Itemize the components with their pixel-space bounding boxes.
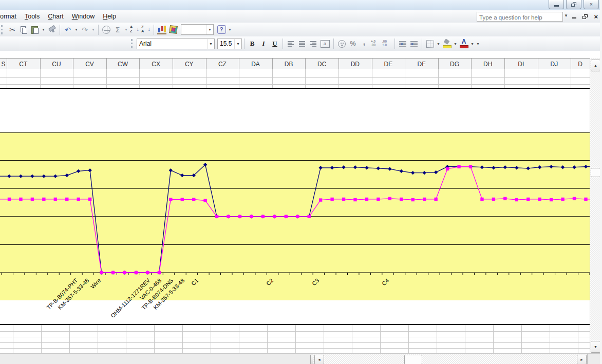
underline-button[interactable]: U <box>270 38 280 49</box>
copy-button[interactable] <box>18 24 29 35</box>
embedded-chart[interactable]: TP-B-B074-PHTKM-357-5-33-48WireOHM-1112-… <box>0 88 590 325</box>
data-point-marker[interactable] <box>388 197 391 200</box>
vertical-scroll-thumb[interactable] <box>591 168 600 177</box>
help-dropdown[interactable]: ▾ <box>227 24 233 35</box>
data-point-marker[interactable] <box>365 198 368 201</box>
toolbar-options-dropdown[interactable]: ▾ <box>475 38 481 49</box>
window-close-button[interactable]: × <box>584 0 599 9</box>
column-header-DH[interactable]: DH <box>471 59 505 69</box>
data-point-marker[interactable] <box>111 271 115 274</box>
undo-dropdown[interactable]: ▾ <box>73 24 79 35</box>
chevron-down-icon[interactable]: ▾ <box>234 39 241 49</box>
column-header-DC[interactable]: DC <box>305 59 339 69</box>
data-point-marker[interactable] <box>42 198 45 201</box>
scroll-up-button[interactable]: ▲ <box>591 60 600 71</box>
column-header-DG[interactable]: DG <box>438 59 472 69</box>
column-header-DD[interactable]: DD <box>338 59 372 69</box>
column-header-CV[interactable]: CV <box>73 59 107 69</box>
data-point-marker[interactable] <box>469 165 472 168</box>
column-header-DA[interactable]: DA <box>239 59 273 69</box>
column-header-CW[interactable]: CW <box>106 59 140 69</box>
bold-button[interactable]: B <box>247 38 257 49</box>
comma-style-button[interactable]: , <box>359 38 369 49</box>
menu-window[interactable]: Window <box>68 11 99 22</box>
data-point-marker[interactable] <box>285 215 288 218</box>
question-input[interactable] <box>477 13 567 22</box>
column-header-S[interactable]: S <box>0 59 7 69</box>
chevron-down-icon[interactable]: ▾ <box>207 39 214 49</box>
borders-dropdown[interactable]: ▾ <box>436 38 441 49</box>
data-point-marker[interactable] <box>192 198 195 201</box>
data-point-marker[interactable] <box>54 198 57 201</box>
chart-type-button[interactable] <box>168 24 178 35</box>
chart-wizard-button[interactable] <box>157 24 167 35</box>
undo-button[interactable]: ↶ <box>63 24 73 35</box>
column-header-CX[interactable]: CX <box>139 59 173 69</box>
sort-descending-button[interactable]: Z A ↓ <box>141 24 151 35</box>
data-point-marker[interactable] <box>296 215 299 218</box>
window-restore-button[interactable] <box>566 0 581 9</box>
font-color-dropdown[interactable]: ▾ <box>469 38 475 49</box>
menu-help[interactable]: Help <box>99 11 120 22</box>
data-point-marker[interactable] <box>515 198 518 201</box>
data-point-marker[interactable] <box>146 271 149 274</box>
data-point-marker[interactable] <box>169 198 172 201</box>
column-header-DF[interactable]: DF <box>405 59 439 69</box>
data-point-marker[interactable] <box>353 198 356 201</box>
column-header-DE[interactable]: DE <box>372 59 406 69</box>
align-center-button[interactable] <box>297 38 307 49</box>
data-point-marker[interactable] <box>584 198 587 201</box>
increase-indent-button[interactable]: ▸ <box>409 38 419 49</box>
chevron-down-icon[interactable]: ▾ <box>563 13 569 18</box>
data-point-marker[interactable] <box>77 198 80 201</box>
increase-decimal-button[interactable]: +.0 .00 <box>370 38 381 49</box>
data-point-marker[interactable] <box>238 215 241 218</box>
column-header-DB[interactable]: DB <box>272 59 306 69</box>
percent-style-button[interactable]: % <box>348 38 358 49</box>
decrease-decimal-button[interactable]: .00 +.0 <box>382 38 392 49</box>
document-minimize-button[interactable] <box>572 17 576 18</box>
window-minimize-button[interactable] <box>549 0 564 9</box>
scroll-right-button[interactable]: ► <box>577 355 587 364</box>
data-point-marker[interactable] <box>400 198 403 201</box>
data-point-marker[interactable] <box>181 198 184 201</box>
scroll-left-button[interactable]: ◄ <box>314 355 324 364</box>
zoom-combobox[interactable]: ▾ <box>181 24 214 35</box>
data-point-marker[interactable] <box>65 198 68 201</box>
data-point-marker[interactable] <box>250 215 253 218</box>
fill-color-button[interactable] <box>442 38 452 49</box>
font-size-combobox[interactable]: 15.5 ▾ <box>217 39 242 49</box>
data-point-marker[interactable] <box>123 271 126 274</box>
cut-button[interactable]: ✂ <box>7 24 17 35</box>
data-point-marker[interactable] <box>19 198 22 201</box>
italic-button[interactable]: I <box>258 38 269 49</box>
help-button[interactable]: ? <box>216 24 227 35</box>
data-point-marker[interactable] <box>261 215 265 218</box>
column-header-CZ[interactable]: CZ <box>206 59 240 69</box>
data-point-marker[interactable] <box>377 198 380 201</box>
data-point-marker[interactable] <box>423 198 426 201</box>
column-header-DJ[interactable]: DJ <box>538 59 572 69</box>
data-point-marker[interactable] <box>158 271 161 274</box>
data-point-marker[interactable] <box>273 215 276 218</box>
data-point-marker[interactable] <box>8 198 11 201</box>
document-restore-button[interactable] <box>582 14 588 19</box>
font-color-button[interactable]: A <box>459 38 469 49</box>
currency-button[interactable] <box>336 38 347 49</box>
data-point-marker[interactable] <box>446 167 449 170</box>
data-point-marker[interactable] <box>319 198 322 201</box>
vertical-scrollbar[interactable]: ▲ ▼ <box>590 58 600 353</box>
data-point-marker[interactable] <box>573 197 576 200</box>
data-point-marker[interactable] <box>100 271 103 274</box>
data-point-marker[interactable] <box>480 198 483 201</box>
data-point-marker[interactable] <box>561 198 564 201</box>
toolbar-grip[interactable] <box>131 39 135 48</box>
column-header-DI[interactable]: DI <box>504 59 538 69</box>
data-point-marker[interactable] <box>503 197 506 200</box>
decrease-indent-button[interactable]: ◂ <box>398 38 408 49</box>
menu-format[interactable]: ormat <box>0 11 21 22</box>
data-point-marker[interactable] <box>308 215 311 218</box>
document-close-button[interactable]: × <box>594 13 598 20</box>
toolbar-grip[interactable] <box>1 25 5 34</box>
data-point-marker[interactable] <box>457 165 460 168</box>
